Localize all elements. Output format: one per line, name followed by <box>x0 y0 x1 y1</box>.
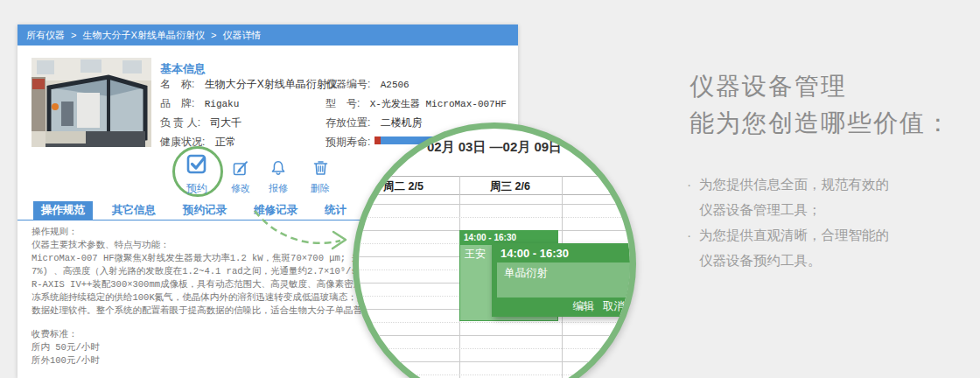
field-serial-value: A2506 <box>381 80 410 90</box>
field-location-value: 二楼机房 <box>381 116 423 129</box>
reserve-button[interactable]: 预约 <box>185 152 209 196</box>
tab-other-info[interactable]: 其它信息 <box>104 201 164 220</box>
field-model: 型 号: X-光发生器 MicroMax-007HF <box>326 96 507 111</box>
repair-button-label: 报修 <box>268 182 289 195</box>
event-cancel-button[interactable]: 取消 <box>603 300 625 312</box>
field-brand-label: 品 牌: <box>160 97 194 109</box>
delete-button-label: 删除 <box>310 182 331 195</box>
promo-heading-line2: 能为您创造哪些价值： <box>690 105 952 142</box>
edit-icon <box>233 160 248 176</box>
field-manager-label: 负 责 人: <box>160 116 200 129</box>
bullet-dot: · <box>687 222 691 248</box>
field-manager: 负 责 人: 司大千 <box>160 116 242 130</box>
dashed-arrow <box>248 204 361 255</box>
field-location: 存放位置: 二楼机房 <box>326 116 423 130</box>
promo-bullet-1-line1: 为您提供信息全面，规范有效的 <box>699 172 889 197</box>
field-location-label: 存放位置: <box>326 116 370 129</box>
field-lifespan-label: 预期寿命: <box>326 136 370 148</box>
bell-icon <box>270 160 286 176</box>
calendar-gridline <box>353 348 636 349</box>
promo-bullet-list: · 为您提供信息全面，规范有效的 仪器设备管理工具； · 为您提供直观清晰，合理… <box>687 172 889 273</box>
bullet-dot: · <box>687 172 691 197</box>
calendar-gridline <box>353 217 636 218</box>
field-serial-label: 仪器编号: <box>326 78 370 90</box>
promo-bullet-2-line1: 为您提供直观清晰，合理智能的 <box>699 222 889 248</box>
promo-bullet-1-line2: 仪器设备管理工具； <box>699 197 889 222</box>
field-model-label: 型 号: <box>326 97 360 109</box>
page: 所有仪器 > 生物大分子X射线单晶衍射仪 > 仪器详情 基本信息 <box>0 0 980 378</box>
tab-reservation-records[interactable]: 预约记录 <box>175 201 234 220</box>
event-popup[interactable]: 14:00 - 16:30 单晶衍射 编辑 取消 <box>492 243 636 317</box>
field-model-value: X-光发生器 MicroMax-007HF <box>370 99 507 109</box>
event-popup-title-box: 单晶衍射 <box>497 262 636 298</box>
breadcrumb-item-all[interactable]: 所有仪器 <box>26 30 65 40</box>
reserve-checkbox-icon <box>186 152 208 175</box>
event-edit-button[interactable]: 编辑 <box>573 300 595 312</box>
event-popup-time: 14:00 - 16:30 <box>500 247 569 260</box>
event-popup-actions: 编辑 取消 <box>568 299 625 314</box>
repair-button[interactable]: 报修 <box>268 160 289 195</box>
breadcrumb-item-detail: 仪器详情 <box>222 30 261 40</box>
field-brand: 品 牌: Rigaku <box>160 96 239 111</box>
lifespan-progress-used <box>374 136 381 144</box>
promo-heading: 仪器设备管理 能为您创造哪些价值： <box>690 68 952 142</box>
tab-operation-spec[interactable]: 操作规范 <box>33 201 93 220</box>
promo-bullet-2-line2: 仪器设备预约工具。 <box>699 248 889 273</box>
field-name-label: 名 称: <box>160 78 194 90</box>
reserve-button-label: 预约 <box>185 181 209 196</box>
field-lifespan: 预期寿命: <box>326 135 370 150</box>
field-manager-value: 司大千 <box>210 116 242 129</box>
field-name: 名 称: 生物大分子X射线单晶衍射仪 <box>160 77 338 92</box>
field-serial: 仪器编号: A2506 <box>326 77 410 92</box>
field-name-value: 生物大分子X射线单晶衍射仪 <box>205 78 338 90</box>
field-brand-value: Rigaku <box>205 99 240 109</box>
section-title-basic-info: 基本信息 <box>160 61 206 77</box>
delete-button[interactable]: 删除 <box>310 159 331 195</box>
calendar-gridline <box>353 204 636 205</box>
promo-bullet-2: · 为您提供直观清晰，合理智能的 仪器设备预约工具。 <box>687 222 889 273</box>
breadcrumb-separator: > <box>211 30 216 40</box>
breadcrumb-item-instrument[interactable]: 生物大分子X射线单晶衍射仪 <box>83 30 205 40</box>
breadcrumb-separator: > <box>71 30 76 40</box>
event-popup-title: 单晶衍射 <box>497 262 636 284</box>
calendar-day-thu: 周四 2/7 <box>615 179 636 194</box>
edit-button[interactable]: 修改 <box>230 160 251 195</box>
breadcrumb: 所有仪器 > 生物大分子X射线单晶衍射仪 > 仪器详情 <box>18 24 518 46</box>
equipment-photo <box>32 58 151 147</box>
field-health-value: 正常 <box>215 136 236 148</box>
edit-button-label: 修改 <box>230 182 251 195</box>
promo-bullet-1: · 为您提供信息全面，规范有效的 仪器设备管理工具； <box>687 172 889 222</box>
trash-icon <box>312 159 329 176</box>
calendar-gridline <box>353 335 636 336</box>
calendar-gridline <box>353 322 636 323</box>
calendar-gridline <box>353 361 636 362</box>
promo-heading-line1: 仪器设备管理 <box>690 68 952 105</box>
